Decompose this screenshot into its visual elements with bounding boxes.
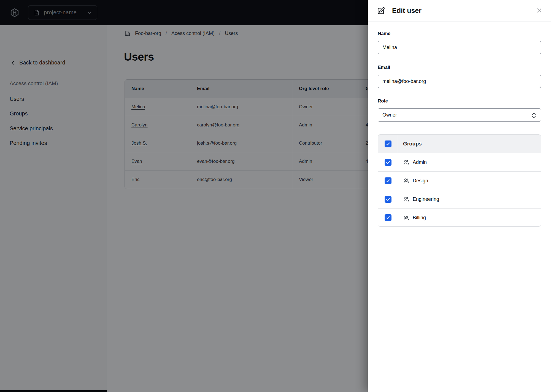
group-checkbox-admin[interactable]: [385, 159, 391, 166]
group-check-col: [378, 209, 398, 227]
group-label: Design: [413, 178, 428, 184]
group-label: Engineering: [413, 196, 439, 202]
select-updown-icon: [531, 112, 536, 119]
group-row: Design: [378, 172, 541, 190]
role-field-label: Role: [378, 98, 388, 104]
groups-header-row: Groups: [378, 135, 541, 153]
drawer-title: Edit user: [392, 7, 422, 15]
groups-panel: Groups Admin: [378, 134, 541, 227]
groups-header-check-col: [378, 135, 398, 153]
name-field-label: Name: [378, 31, 390, 36]
email-field[interactable]: [378, 75, 541, 88]
email-field-label: Email: [378, 65, 390, 70]
drawer-header: Edit user: [368, 0, 551, 21]
group-row: Engineering: [378, 190, 541, 209]
edit-user-drawer: Edit user Name Email Role Owner: [368, 0, 551, 392]
group-check-col: [378, 190, 398, 208]
group-label: Billing: [413, 215, 426, 221]
name-field[interactable]: [378, 41, 541, 54]
group-checkbox-engineering[interactable]: [385, 196, 391, 203]
users-group-icon: [403, 215, 410, 221]
screen: project-name Back to dashboard Access co…: [0, 0, 551, 392]
role-select[interactable]: Owner: [378, 108, 541, 122]
group-check-col: [378, 153, 398, 171]
drawer-scrim[interactable]: [0, 0, 368, 392]
groups-header-label: Groups: [398, 135, 422, 153]
select-all-groups-checkbox[interactable]: [385, 140, 391, 147]
edit-pencil-icon: [377, 6, 385, 15]
close-icon[interactable]: [536, 7, 543, 14]
group-checkbox-design[interactable]: [385, 177, 391, 184]
group-row: Admin: [378, 153, 541, 172]
group-check-col: [378, 172, 398, 190]
role-select-value: Owner: [382, 112, 397, 118]
group-checkbox-billing[interactable]: [385, 214, 391, 221]
users-group-icon: [403, 177, 410, 184]
users-group-icon: [403, 159, 410, 166]
group-label: Admin: [413, 159, 427, 165]
group-row: Billing: [378, 209, 541, 227]
users-group-icon: [403, 196, 410, 202]
